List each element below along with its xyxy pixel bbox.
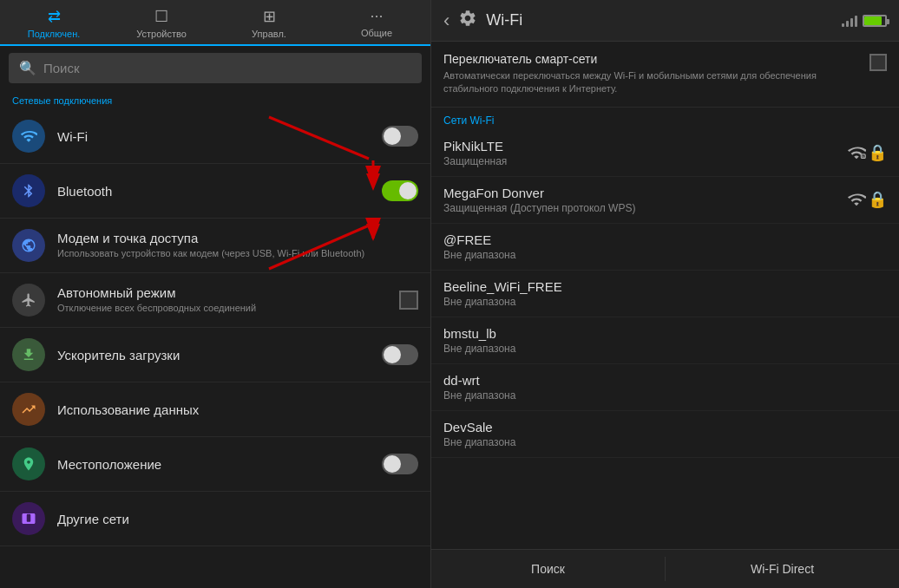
top-tabs: ⇄ Подключен. ☐ Устройство ⊞ Управл. ··· …: [0, 0, 430, 46]
general-icon: ···: [370, 7, 383, 25]
wifi-megafon-text: MegaFon Donver Защищенная (Доступен прот…: [443, 186, 847, 214]
airplane-text: Автономный режим Отключение всех беспров…: [57, 285, 392, 314]
bottom-bar: Поиск Wi-Fi Direct: [431, 549, 899, 588]
wifi-beeline-text: Beeline_WiFi_FREE Вне диапазона: [443, 279, 887, 308]
wifi-row-free[interactable]: @FREE Вне диапазона: [431, 224, 899, 271]
smart-network-text: Переключатель смарт-сети Автоматически п…: [443, 52, 861, 96]
wifi-row-bmstu[interactable]: bmstu_lb Вне диапазона: [431, 317, 899, 364]
hotspot-title: Модем и точка доступа: [57, 231, 418, 245]
tab-general-label: Общие: [361, 28, 392, 38]
left-panel: ⇄ Подключен. ☐ Устройство ⊞ Управл. ··· …: [0, 0, 431, 588]
wifi-beeline-status: Вне диапазона: [443, 296, 887, 308]
wifi-direct-button[interactable]: Wi-Fi Direct: [666, 550, 899, 588]
wifi-piknik-signal: 🔒: [847, 143, 887, 162]
bluetooth-title: Bluetooth: [57, 184, 375, 199]
right-header: ‹ Wi-Fi: [431, 0, 899, 42]
wifi-beeline-name: Beeline_WiFi_FREE: [443, 279, 887, 294]
smart-network-checkbox[interactable]: [869, 54, 887, 71]
setting-row-hotspot[interactable]: Модем и точка доступа Использовать устро…: [0, 219, 430, 273]
airplane-checkbox[interactable]: [399, 291, 418, 310]
wifi-piknik-name: PikNikLTE: [443, 139, 847, 154]
header-icons: [842, 15, 887, 27]
battery-fill: [864, 16, 882, 25]
wifi-row-devsale[interactable]: DevSale Вне диапазона: [431, 411, 899, 458]
wifi-title: Wi-Fi: [57, 129, 375, 144]
tab-device[interactable]: ☐ Устройство: [108, 0, 215, 44]
bluetooth-toggle[interactable]: [382, 180, 418, 201]
location-title: Местоположение: [57, 457, 375, 472]
wifi-devsale-status: Вне диапазона: [443, 436, 887, 448]
tab-connections[interactable]: ⇄ Подключен.: [0, 0, 108, 46]
wifi-text: Wi-Fi: [57, 129, 375, 144]
hotspot-text: Модем и точка доступа Использовать устро…: [57, 231, 418, 259]
wifi-list: PikNikLTE Защищенная 🔒 MegaFon Donver За…: [431, 130, 899, 549]
data-text: Использование данных: [57, 402, 418, 417]
wifi-free-text: @FREE Вне диапазона: [443, 232, 887, 261]
tab-general[interactable]: ··· Общие: [323, 0, 430, 44]
wifi-bmstu-name: bmstu_lb: [443, 326, 887, 341]
wifi-row-megafon[interactable]: MegaFon Donver Защищенная (Доступен прот…: [431, 177, 899, 224]
setting-row-booster[interactable]: Ускоритель загрузки: [0, 328, 430, 382]
booster-icon: [12, 338, 45, 371]
wifi-row-ddwrt[interactable]: dd-wrt Вне диапазона: [431, 364, 899, 411]
sig-bar-4: [855, 16, 857, 27]
sig-bar-2: [846, 21, 849, 27]
bluetooth-text: Bluetooth: [57, 184, 375, 199]
wifi-free-name: @FREE: [443, 232, 887, 247]
tab-controls[interactable]: ⊞ Управл.: [215, 0, 323, 44]
smart-network-subtitle: Автоматически переключаться между Wi-Fi …: [443, 69, 861, 96]
smart-network-title: Переключатель смарт-сети: [443, 52, 861, 66]
wifi-toggle[interactable]: [382, 126, 418, 147]
booster-toggle[interactable]: [382, 344, 418, 365]
airplane-subtitle: Отключение всех беспроводных соединений: [57, 302, 392, 314]
airplane-title: Автономный режим: [57, 285, 392, 300]
section-label: Сетевые подключения: [0, 90, 430, 109]
setting-row-bluetooth[interactable]: Bluetooth: [0, 164, 430, 219]
wifi-ddwrt-status: Вне диапазона: [443, 389, 887, 402]
wifi-free-status: Вне диапазона: [443, 249, 887, 261]
other-title: Другие сети: [57, 512, 418, 526]
connections-icon: ⇄: [48, 7, 61, 26]
device-icon: ☐: [154, 7, 168, 26]
setting-row-wifi[interactable]: Wi-Fi: [0, 109, 430, 164]
booster-text: Ускоритель загрузки: [57, 348, 375, 363]
wifi-row-piknik[interactable]: PikNikLTE Защищенная 🔒: [431, 130, 899, 177]
tab-device-label: Устройство: [136, 29, 187, 39]
setting-row-other[interactable]: Другие сети: [0, 492, 430, 546]
page-title: Wi-Fi: [486, 11, 833, 29]
settings-list: Wi-Fi Bluetooth Модем и: [0, 109, 430, 588]
search-button[interactable]: Поиск: [431, 550, 665, 588]
wifi-megafon-status: Защищенная (Доступен протокол WPS): [443, 202, 847, 214]
battery-icon: [863, 15, 887, 27]
wifi-piknik-text: PikNikLTE Защищенная: [443, 139, 847, 167]
back-button[interactable]: ‹: [443, 10, 450, 32]
setting-row-airplane[interactable]: Автономный режим Отключение всех беспров…: [0, 273, 430, 328]
wifi-row-beeline[interactable]: Beeline_WiFi_FREE Вне диапазона: [431, 271, 899, 317]
controls-icon: ⊞: [263, 7, 276, 26]
wifi-devsale-name: DevSale: [443, 420, 887, 434]
search-bar: 🔍: [9, 53, 422, 83]
wifi-ddwrt-text: dd-wrt Вне диапазона: [443, 373, 887, 402]
right-panel: ‹ Wi-Fi Переключатель смарт-сети Автомат…: [431, 0, 899, 588]
wifi-bmstu-status: Вне диапазона: [443, 343, 887, 355]
setting-row-location[interactable]: Местоположение: [0, 437, 430, 492]
hotspot-icon: [12, 229, 45, 262]
hotspot-subtitle: Использовать устройство как модем (через…: [57, 247, 418, 259]
wifi-megafon-name: MegaFon Donver: [443, 186, 847, 200]
location-icon: [12, 448, 45, 480]
other-text: Другие сети: [57, 512, 418, 526]
settings-gear-icon: [458, 9, 477, 32]
smart-network-row[interactable]: Переключатель смарт-сети Автоматически п…: [431, 42, 899, 108]
data-icon: [12, 393, 45, 426]
sig-bar-1: [842, 23, 844, 27]
search-input[interactable]: [43, 61, 411, 75]
tab-connections-label: Подключен.: [28, 29, 81, 39]
booster-title: Ускоритель загрузки: [57, 348, 375, 363]
location-toggle[interactable]: [382, 454, 418, 474]
setting-row-data[interactable]: Использование данных: [0, 382, 430, 437]
wifi-icon: [12, 120, 45, 153]
signal-icon: [842, 15, 857, 27]
bluetooth-icon: [12, 174, 45, 207]
search-icon: 🔍: [19, 60, 36, 76]
wifi-section-label: Сети Wi-Fi: [431, 108, 899, 130]
